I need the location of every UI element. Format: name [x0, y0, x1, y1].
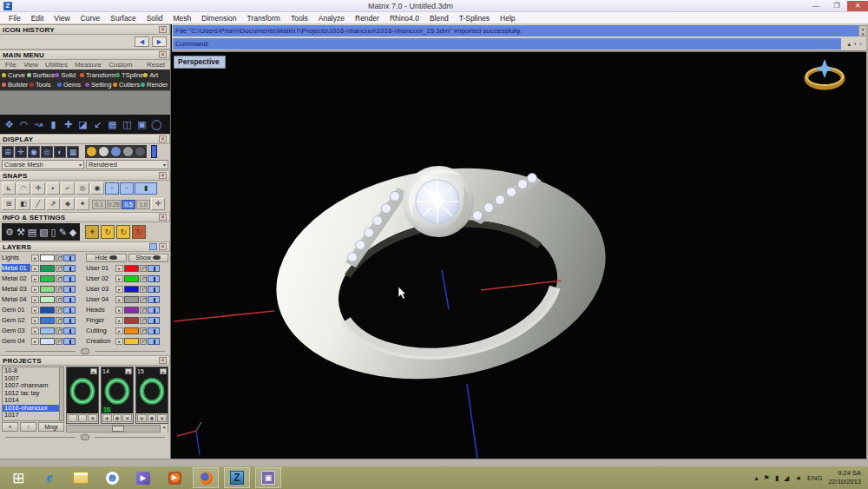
- layer-visibility-toggle[interactable]: [148, 275, 160, 282]
- project-thumbnail-thumb-13[interactable]: ▸ ✕: [66, 367, 99, 424]
- taskbar-app-ie[interactable]: e: [36, 467, 62, 488]
- lock-icon[interactable]: [56, 265, 62, 272]
- display-mode-icon-axes[interactable]: ✛: [15, 146, 27, 158]
- clock[interactable]: 9:24 SA 22/10/2013: [828, 469, 861, 486]
- category-button[interactable]: Transform: [80, 71, 115, 79]
- settings-icon-mesh-settings[interactable]: ▤: [28, 227, 36, 238]
- main-menu-header[interactable]: MAIN MENU ✕: [0, 50, 170, 60]
- thumb-action-2[interactable]: [78, 414, 88, 422]
- layer-row[interactable]: Metal 04 ▸: [2, 294, 84, 304]
- lock-icon[interactable]: [56, 317, 62, 324]
- layer-visibility-toggle[interactable]: [63, 327, 76, 334]
- lock-icon[interactable]: [56, 296, 62, 303]
- lock-icon[interactable]: [140, 275, 147, 282]
- settings-icon-annotate[interactable]: ✎: [59, 227, 67, 238]
- grid-snap-settings-icon[interactable]: ✛: [151, 198, 165, 210]
- snap-option-icon-grid-snap[interactable]: ⊞: [2, 198, 16, 210]
- toolbar-icon-curve[interactable]: ↝: [32, 117, 45, 131]
- snap-toggle-end[interactable]: ⊾: [2, 182, 16, 195]
- layer-row[interactable]: Cutting ▸: [86, 326, 168, 335]
- layer-color-swatch[interactable]: [40, 286, 55, 293]
- history-back-button[interactable]: ◄: [135, 36, 149, 47]
- category-button[interactable]: Setting: [85, 81, 113, 89]
- layer-expand-button[interactable]: ▸: [31, 254, 39, 261]
- lock-icon[interactable]: [140, 286, 147, 293]
- lock-icon[interactable]: [56, 307, 62, 314]
- category-button[interactable]: Curve: [2, 71, 27, 79]
- layer-visibility-toggle[interactable]: [148, 296, 160, 303]
- layer-row[interactable]: Gem 02 ▸: [2, 315, 84, 325]
- menu-item[interactable]: View: [49, 14, 75, 23]
- lock-icon[interactable]: [56, 275, 62, 282]
- tray-icon-action-center[interactable]: ⚑: [763, 474, 769, 482]
- display-mode-icon-wire[interactable]: ▦: [67, 146, 79, 158]
- snap-option-icon-ortho[interactable]: ◧: [16, 198, 30, 210]
- menu-item[interactable]: Render: [350, 14, 385, 23]
- action-icon-redo-a[interactable]: ↻: [101, 225, 115, 239]
- taskbar-app-kmplayer[interactable]: ▶: [130, 467, 156, 488]
- project-item[interactable]: 1018: [3, 420, 63, 422]
- mesh-quality-dropdown[interactable]: Coarse Mesh ▾: [2, 160, 84, 169]
- maximize-button[interactable]: ❐: [826, 1, 847, 11]
- layer-expand-button[interactable]: ▸: [115, 307, 123, 314]
- menu-item[interactable]: Blend: [424, 14, 454, 23]
- layer-row[interactable]: Gem 03 ▸: [2, 326, 84, 335]
- command-history-line[interactable]: File "C:\Users\Pham\Documents\Matrix7\Pr…: [173, 25, 867, 36]
- layer-color-swatch[interactable]: [124, 307, 139, 314]
- layer-expand-button[interactable]: ▸: [31, 275, 39, 282]
- category-button[interactable]: Solid: [55, 71, 80, 79]
- tray-icon-volume[interactable]: ◄: [794, 474, 801, 482]
- thumb-close-button[interactable]: ✕: [157, 414, 167, 422]
- main-menu-tab[interactable]: Utilities: [42, 61, 71, 69]
- layer-color-swatch[interactable]: [124, 296, 139, 303]
- info-settings-header[interactable]: INFO & SETTINGS ✕: [0, 212, 170, 222]
- close-icon[interactable]: ✕: [159, 243, 167, 250]
- layer-row[interactable]: Metal 01 ▸: [2, 263, 84, 273]
- layer-row[interactable]: Lights ▸: [2, 253, 84, 262]
- thumbnail-add-button[interactable]: +: [160, 425, 168, 433]
- tray-icon-network[interactable]: ◢: [784, 474, 789, 482]
- snap-toggle-planar[interactable]: ▮: [135, 182, 157, 195]
- category-button[interactable]: Tools: [30, 81, 57, 89]
- layer-expand-button[interactable]: ▸: [31, 338, 39, 345]
- minimize-panel-icon[interactable]: [149, 243, 157, 250]
- layer-color-swatch[interactable]: [124, 286, 139, 293]
- layer-expand-button[interactable]: ▸: [115, 265, 123, 272]
- display-slider[interactable]: [151, 145, 157, 158]
- projects-header[interactable]: PROJECTS ✕: [0, 355, 170, 366]
- snaps-header[interactable]: SNAPS ✕: [0, 170, 170, 181]
- menu-item[interactable]: Transform: [241, 14, 285, 23]
- settings-icon-panel[interactable]: ▯: [51, 227, 56, 238]
- snap-toggle-near[interactable]: ◠: [16, 182, 30, 195]
- layer-expand-button[interactable]: ▸: [115, 275, 123, 282]
- hide-button[interactable]: Hide: [86, 254, 127, 262]
- snap-option-icon-incline[interactable]: ╱: [31, 198, 45, 210]
- layer-row[interactable]: Gem 01 ▸: [2, 305, 84, 314]
- layer-color-swatch[interactable]: [40, 296, 55, 303]
- layer-visibility-toggle[interactable]: [148, 317, 160, 324]
- project-add-button[interactable]: +: [2, 422, 18, 432]
- toolbar-icon-split[interactable]: ◫: [121, 117, 134, 131]
- lock-icon[interactable]: [140, 317, 147, 324]
- layer-visibility-toggle[interactable]: [148, 265, 160, 272]
- shade-sphere-icon-gold[interactable]: [86, 146, 97, 157]
- shade-sphere-icon-dark[interactable]: [135, 146, 146, 157]
- collapse-knob[interactable]: [81, 348, 89, 354]
- snap-toggle-int[interactable]: ✛: [31, 182, 45, 195]
- lock-icon[interactable]: [140, 296, 147, 303]
- show-button[interactable]: Show: [128, 254, 169, 262]
- toolbar-icon-surface[interactable]: ◪: [76, 117, 89, 131]
- toolbar-icon-boolean[interactable]: ▣: [135, 117, 148, 131]
- category-button[interactable]: TSpline: [115, 71, 143, 79]
- thumbnail-play-button[interactable]: ▸: [90, 368, 97, 374]
- layer-visibility-toggle[interactable]: [63, 265, 76, 272]
- menu-item[interactable]: Tools: [286, 14, 313, 23]
- menu-item[interactable]: Analyze: [313, 14, 350, 23]
- layer-row[interactable]: Heads ▸: [86, 305, 168, 314]
- layer-row[interactable]: User 03 ▸: [86, 284, 168, 294]
- settings-icon-box-display[interactable]: ▧: [39, 227, 48, 238]
- lock-icon[interactable]: [56, 286, 62, 293]
- thumb-close-button[interactable]: ✕: [88, 414, 97, 422]
- close-icon[interactable]: ✕: [159, 51, 167, 58]
- project-thumbnail-thumb-14[interactable]: 14 16 ▸ ✛ ✥ ✕: [101, 367, 134, 424]
